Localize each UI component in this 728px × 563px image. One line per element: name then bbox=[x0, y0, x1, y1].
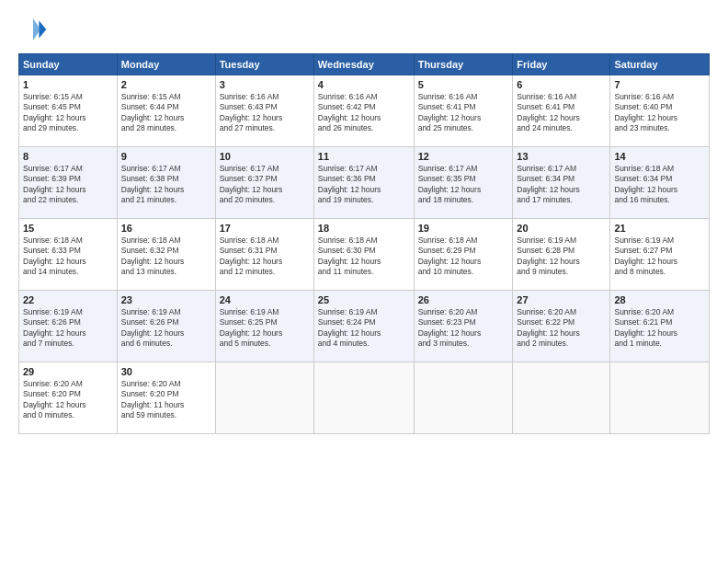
day-number: 22 bbox=[23, 294, 113, 305]
calendar-week-row: 8Sunrise: 6:17 AM Sunset: 6:39 PM Daylig… bbox=[19, 147, 710, 219]
day-number: 15 bbox=[23, 223, 113, 234]
day-info: Sunrise: 6:19 AM Sunset: 6:26 PM Dayligh… bbox=[23, 307, 113, 350]
day-info: Sunrise: 6:17 AM Sunset: 6:38 PM Dayligh… bbox=[121, 164, 211, 206]
day-number: 2 bbox=[121, 79, 211, 90]
calendar-day-cell: 9Sunrise: 6:17 AM Sunset: 6:38 PM Daylig… bbox=[117, 147, 215, 219]
weekday-header-cell: Wednesday bbox=[313, 54, 414, 75]
day-number: 4 bbox=[318, 79, 410, 90]
calendar-day-cell: 5Sunrise: 6:16 AM Sunset: 6:41 PM Daylig… bbox=[414, 75, 513, 147]
day-number: 10 bbox=[220, 151, 310, 162]
day-info: Sunrise: 6:16 AM Sunset: 6:42 PM Dayligh… bbox=[318, 92, 410, 134]
calendar-day-cell: 16Sunrise: 6:18 AM Sunset: 6:32 PM Dayli… bbox=[117, 219, 215, 291]
calendar-day-cell: 26Sunrise: 6:20 AM Sunset: 6:23 PM Dayli… bbox=[414, 291, 513, 362]
calendar-day-cell bbox=[610, 362, 710, 434]
calendar-day-cell: 30Sunrise: 6:20 AM Sunset: 6:20 PM Dayli… bbox=[117, 362, 215, 434]
day-number: 8 bbox=[23, 151, 113, 162]
day-info: Sunrise: 6:16 AM Sunset: 6:40 PM Dayligh… bbox=[614, 92, 705, 134]
day-info: Sunrise: 6:17 AM Sunset: 6:37 PM Dayligh… bbox=[220, 164, 310, 206]
day-info: Sunrise: 6:18 AM Sunset: 6:31 PM Dayligh… bbox=[220, 236, 310, 278]
calendar-day-cell bbox=[313, 362, 414, 434]
day-info: Sunrise: 6:19 AM Sunset: 6:24 PM Dayligh… bbox=[318, 307, 410, 350]
calendar-day-cell: 18Sunrise: 6:18 AM Sunset: 6:30 PM Dayli… bbox=[313, 219, 414, 291]
day-info: Sunrise: 6:19 AM Sunset: 6:28 PM Dayligh… bbox=[517, 236, 606, 278]
day-number: 17 bbox=[220, 223, 310, 234]
calendar-day-cell: 24Sunrise: 6:19 AM Sunset: 6:25 PM Dayli… bbox=[215, 291, 313, 362]
logo bbox=[18, 15, 51, 44]
calendar-day-cell: 13Sunrise: 6:17 AM Sunset: 6:34 PM Dayli… bbox=[513, 147, 610, 219]
day-number: 13 bbox=[517, 151, 606, 162]
day-number: 14 bbox=[614, 151, 705, 162]
calendar-day-cell: 15Sunrise: 6:18 AM Sunset: 6:33 PM Dayli… bbox=[19, 219, 118, 291]
calendar-day-cell: 19Sunrise: 6:18 AM Sunset: 6:29 PM Dayli… bbox=[414, 219, 513, 291]
day-number: 21 bbox=[614, 223, 705, 234]
calendar-day-cell: 6Sunrise: 6:16 AM Sunset: 6:41 PM Daylig… bbox=[513, 75, 610, 147]
calendar-day-cell: 2Sunrise: 6:15 AM Sunset: 6:44 PM Daylig… bbox=[117, 75, 215, 147]
calendar-week-row: 1Sunrise: 6:15 AM Sunset: 6:45 PM Daylig… bbox=[19, 75, 710, 147]
page: SundayMondayTuesdayWednesdayThursdayFrid… bbox=[0, 0, 728, 563]
day-info: Sunrise: 6:16 AM Sunset: 6:41 PM Dayligh… bbox=[517, 92, 606, 134]
weekday-header-cell: Friday bbox=[513, 54, 610, 75]
day-number: 11 bbox=[318, 151, 410, 162]
day-info: Sunrise: 6:17 AM Sunset: 6:35 PM Dayligh… bbox=[418, 164, 509, 206]
weekday-header-cell: Sunday bbox=[19, 54, 118, 75]
day-info: Sunrise: 6:18 AM Sunset: 6:32 PM Dayligh… bbox=[121, 236, 211, 278]
day-info: Sunrise: 6:20 AM Sunset: 6:20 PM Dayligh… bbox=[121, 379, 211, 421]
day-number: 26 bbox=[418, 294, 509, 305]
calendar-day-cell: 29Sunrise: 6:20 AM Sunset: 6:20 PM Dayli… bbox=[19, 362, 118, 434]
calendar-day-cell: 21Sunrise: 6:19 AM Sunset: 6:27 PM Dayli… bbox=[610, 219, 710, 291]
weekday-header-cell: Tuesday bbox=[215, 54, 313, 75]
day-number: 3 bbox=[220, 79, 310, 90]
calendar-day-cell: 3Sunrise: 6:16 AM Sunset: 6:43 PM Daylig… bbox=[215, 75, 313, 147]
calendar-body: 1Sunrise: 6:15 AM Sunset: 6:45 PM Daylig… bbox=[19, 75, 710, 434]
day-info: Sunrise: 6:20 AM Sunset: 6:21 PM Dayligh… bbox=[614, 307, 705, 350]
day-info: Sunrise: 6:15 AM Sunset: 6:44 PM Dayligh… bbox=[121, 92, 211, 134]
day-info: Sunrise: 6:20 AM Sunset: 6:23 PM Dayligh… bbox=[418, 307, 509, 350]
day-info: Sunrise: 6:17 AM Sunset: 6:34 PM Dayligh… bbox=[517, 164, 606, 206]
day-info: Sunrise: 6:18 AM Sunset: 6:34 PM Dayligh… bbox=[614, 164, 705, 206]
day-number: 12 bbox=[418, 151, 509, 162]
calendar-day-cell: 14Sunrise: 6:18 AM Sunset: 6:34 PM Dayli… bbox=[610, 147, 710, 219]
calendar-day-cell: 23Sunrise: 6:19 AM Sunset: 6:26 PM Dayli… bbox=[117, 291, 215, 362]
calendar-day-cell: 1Sunrise: 6:15 AM Sunset: 6:45 PM Daylig… bbox=[19, 75, 118, 147]
calendar-day-cell: 11Sunrise: 6:17 AM Sunset: 6:36 PM Dayli… bbox=[313, 147, 414, 219]
day-number: 29 bbox=[23, 366, 113, 377]
day-number: 20 bbox=[517, 223, 606, 234]
calendar: SundayMondayTuesdayWednesdayThursdayFrid… bbox=[18, 53, 710, 434]
calendar-day-cell: 7Sunrise: 6:16 AM Sunset: 6:40 PM Daylig… bbox=[610, 75, 710, 147]
day-number: 23 bbox=[121, 294, 211, 305]
day-number: 30 bbox=[121, 366, 211, 377]
calendar-day-cell: 22Sunrise: 6:19 AM Sunset: 6:26 PM Dayli… bbox=[19, 291, 118, 362]
calendar-day-cell bbox=[513, 362, 610, 434]
day-info: Sunrise: 6:15 AM Sunset: 6:45 PM Dayligh… bbox=[23, 92, 113, 134]
logo-icon bbox=[18, 15, 48, 44]
day-info: Sunrise: 6:17 AM Sunset: 6:36 PM Dayligh… bbox=[318, 164, 410, 206]
calendar-day-cell: 12Sunrise: 6:17 AM Sunset: 6:35 PM Dayli… bbox=[414, 147, 513, 219]
day-number: 24 bbox=[220, 294, 310, 305]
day-info: Sunrise: 6:17 AM Sunset: 6:39 PM Dayligh… bbox=[23, 164, 113, 206]
calendar-day-cell: 10Sunrise: 6:17 AM Sunset: 6:37 PM Dayli… bbox=[215, 147, 313, 219]
calendar-day-cell: 25Sunrise: 6:19 AM Sunset: 6:24 PM Dayli… bbox=[313, 291, 414, 362]
day-info: Sunrise: 6:16 AM Sunset: 6:41 PM Dayligh… bbox=[418, 92, 509, 134]
calendar-day-cell: 4Sunrise: 6:16 AM Sunset: 6:42 PM Daylig… bbox=[313, 75, 414, 147]
day-info: Sunrise: 6:20 AM Sunset: 6:22 PM Dayligh… bbox=[517, 307, 606, 350]
calendar-day-cell bbox=[215, 362, 313, 434]
calendar-week-row: 15Sunrise: 6:18 AM Sunset: 6:33 PM Dayli… bbox=[19, 219, 710, 291]
day-info: Sunrise: 6:18 AM Sunset: 6:30 PM Dayligh… bbox=[318, 236, 410, 278]
weekday-header-cell: Saturday bbox=[610, 54, 710, 75]
calendar-day-cell: 17Sunrise: 6:18 AM Sunset: 6:31 PM Dayli… bbox=[215, 219, 313, 291]
day-info: Sunrise: 6:18 AM Sunset: 6:29 PM Dayligh… bbox=[418, 236, 509, 278]
day-info: Sunrise: 6:19 AM Sunset: 6:25 PM Dayligh… bbox=[220, 307, 310, 350]
day-info: Sunrise: 6:19 AM Sunset: 6:27 PM Dayligh… bbox=[614, 236, 705, 278]
day-info: Sunrise: 6:16 AM Sunset: 6:43 PM Dayligh… bbox=[220, 92, 310, 134]
weekday-header-cell: Thursday bbox=[414, 54, 513, 75]
header bbox=[18, 15, 710, 44]
day-number: 1 bbox=[23, 79, 113, 90]
day-number: 27 bbox=[517, 294, 606, 305]
day-number: 7 bbox=[614, 79, 705, 90]
calendar-day-cell: 28Sunrise: 6:20 AM Sunset: 6:21 PM Dayli… bbox=[610, 291, 710, 362]
weekday-header-cell: Monday bbox=[117, 54, 215, 75]
day-number: 5 bbox=[418, 79, 509, 90]
day-number: 28 bbox=[614, 294, 705, 305]
calendar-week-row: 22Sunrise: 6:19 AM Sunset: 6:26 PM Dayli… bbox=[19, 291, 710, 362]
calendar-week-row: 29Sunrise: 6:20 AM Sunset: 6:20 PM Dayli… bbox=[19, 362, 710, 434]
